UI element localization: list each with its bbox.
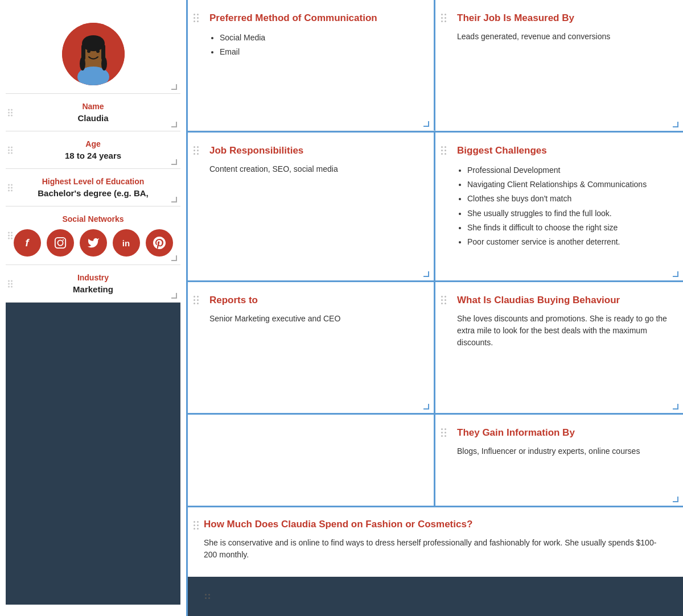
reports-to-title: Reports to <box>209 295 419 306</box>
education-label: Highest Level of Education <box>11 177 175 186</box>
gain-info-left-spacer <box>188 415 435 506</box>
pinterest-icon[interactable] <box>146 229 173 257</box>
job-measured-title: Their Job Is Measured By <box>457 13 668 24</box>
instagram-icon[interactable] <box>47 229 74 257</box>
job-measured-cell: Their Job Is Measured By Leads generated… <box>435 0 683 131</box>
svg-point-9 <box>80 57 85 71</box>
social-icons: f in <box>11 229 175 257</box>
gain-info-title: They Gain Information By <box>457 427 668 439</box>
sidebar: Name Claudia Age 18 to 24 years Highest … <box>0 0 188 616</box>
bottom-section: How Much Does Claudia Spend on Fashion o… <box>188 507 683 577</box>
twitter-icon[interactable] <box>80 229 107 257</box>
name-value: Claudia <box>11 113 175 123</box>
job-resp-title: Job Responsibilities <box>209 145 419 156</box>
industry-label: Industry <box>11 273 175 282</box>
list-item: She usually struggles to find the full l… <box>467 206 668 221</box>
gain-info-cell: They Gain Information By Blogs, Influenc… <box>435 415 683 506</box>
dark-footer <box>188 577 683 616</box>
buying-cell: What Is Claudias Buying Behaviour She lo… <box>435 282 683 413</box>
list-item: Social Media <box>220 31 419 45</box>
social-section: Social Networks f in <box>6 206 180 265</box>
gain-info-text: Blogs, Influencer or industry experts, o… <box>457 445 668 457</box>
list-item: Professional Development <box>467 163 668 177</box>
reports-to-cell: Reports to Senior Marketing executive an… <box>188 282 435 413</box>
list-item: Poor customer service is another deterre… <box>467 235 668 249</box>
job-resp-text: Content creation, SEO, social media <box>209 163 419 175</box>
svg-point-8 <box>96 49 100 53</box>
bottom-title: How Much Does Claudia Spend on Fashion o… <box>204 519 667 530</box>
linkedin-icon[interactable]: in <box>113 229 140 257</box>
biggest-challenges-list: Professional Development Navigating Clie… <box>457 163 668 249</box>
list-item: She finds it difficult to choose the rig… <box>467 221 668 235</box>
name-label: Name <box>11 102 175 111</box>
lower-grid: Reports to Senior Marketing executive an… <box>188 282 683 415</box>
buying-text: She loves discounts and promotions. She … <box>457 313 668 349</box>
avatar <box>62 23 125 85</box>
preferred-comm-cell: Preferred Method of Communication Social… <box>188 0 435 131</box>
svg-point-10 <box>101 57 107 71</box>
education-section: Highest Level of Education Bachelor's de… <box>6 169 180 206</box>
middle-grid: Job Responsibilities Content creation, S… <box>188 133 683 282</box>
gain-info-row: They Gain Information By Blogs, Influenc… <box>188 415 683 507</box>
education-value: Bachelor's degree (e.g. BA, <box>11 188 175 198</box>
svg-point-12 <box>57 240 63 245</box>
age-value: 18 to 24 years <box>11 151 175 160</box>
list-item: Clothes she buys don't match <box>467 192 668 206</box>
social-label: Social Networks <box>11 214 175 224</box>
buying-title: What Is Claudias Buying Behaviour <box>457 295 668 306</box>
list-item: Email <box>220 45 419 59</box>
avatar-section <box>6 11 180 94</box>
age-section: Age 18 to 24 years <box>6 131 180 169</box>
svg-point-13 <box>62 239 63 241</box>
facebook-icon[interactable]: f <box>14 229 41 257</box>
job-resp-cell: Job Responsibilities Content creation, S… <box>188 133 435 280</box>
reports-to-text: Senior Marketing executive and CEO <box>209 313 419 325</box>
industry-value: Marketing <box>11 284 175 294</box>
preferred-comm-list: Social Media Email <box>209 31 419 59</box>
biggest-challenges-title: Biggest Challenges <box>457 145 668 156</box>
name-section: Name Claudia <box>6 94 180 131</box>
list-item: Navigating Client Relationships & Commun… <box>467 177 668 192</box>
job-measured-text: Leads generated, revenue and conversions <box>457 31 668 43</box>
biggest-challenges-cell: Biggest Challenges Professional Developm… <box>435 133 683 280</box>
top-grid: Preferred Method of Communication Social… <box>188 0 683 133</box>
age-label: Age <box>11 139 175 148</box>
main-content: Preferred Method of Communication Social… <box>188 0 683 616</box>
industry-section: Industry Marketing <box>6 265 180 303</box>
preferred-comm-title: Preferred Method of Communication <box>209 13 419 24</box>
svg-point-7 <box>87 49 90 53</box>
svg-rect-11 <box>55 238 65 248</box>
bottom-text: She is conservative and is online to fin… <box>204 537 667 561</box>
